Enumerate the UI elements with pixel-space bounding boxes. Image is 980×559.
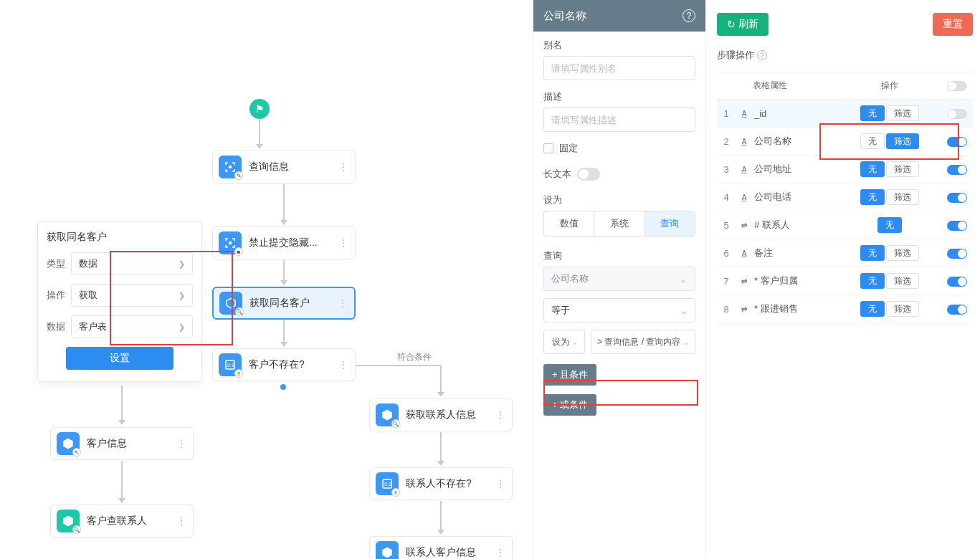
attr-row[interactable]: 7⇄* 客户归属无筛选 <box>717 267 973 295</box>
tab-system[interactable]: 系统 <box>594 211 644 236</box>
op-pill[interactable]: 筛选 <box>886 273 919 289</box>
link-icon: ⇄ <box>738 304 750 314</box>
node-title: 客户信息 <box>87 437 176 450</box>
op-pill[interactable]: 筛选 <box>886 105 919 121</box>
node-contact-customer-info[interactable]: 联系人客户信息 ⋮ <box>369 536 513 559</box>
condition-label: 符合条件 <box>397 351 432 363</box>
more-icon[interactable]: ⋮ <box>495 409 506 421</box>
fixed-checkbox-row[interactable]: 固定 <box>543 142 695 155</box>
property-header: 公司名称 ? <box>533 0 705 32</box>
row-toggle[interactable] <box>947 305 967 315</box>
node-get-contact-info[interactable]: 🔍 获取联系人信息 ⋮ <box>369 398 513 431</box>
more-icon[interactable]: ⋮ <box>495 478 506 489</box>
more-icon[interactable]: ⋮ <box>337 297 348 309</box>
row-toggle[interactable] <box>947 221 967 231</box>
property-panel: 公司名称 ? 别名 描述 固定 长文本 设为 数值 系统 查询 查询 公司名称 … <box>533 0 706 559</box>
op-pill[interactable]: 无 <box>860 189 885 205</box>
alias-input[interactable] <box>543 56 695 80</box>
attr-row[interactable]: 5⇄# 联系人无 <box>717 211 973 239</box>
row-toggle[interactable] <box>947 137 967 147</box>
data-select[interactable]: 客户表 ❯ <box>71 315 193 338</box>
flag-icon: ⚑ <box>255 103 265 115</box>
row-toggle[interactable] <box>947 249 967 259</box>
op-pill[interactable]: 无 <box>877 217 902 233</box>
tab-query[interactable]: 查询 <box>645 211 695 236</box>
op-pill[interactable]: 无 <box>860 301 885 317</box>
svg-point-0 <box>229 166 232 169</box>
attr-row[interactable]: 8⇄* 跟进销售无筛选 <box>717 295 973 323</box>
query-set-select[interactable]: 设为 ⌄ <box>543 330 585 354</box>
op-pill[interactable]: 筛选 <box>886 133 919 149</box>
master-toggle[interactable] <box>947 81 967 91</box>
op-pill[interactable]: 无 <box>860 105 885 121</box>
node-customer-not-exist[interactable]: 0:1 if 客户不存在? ⋮ <box>212 348 356 381</box>
reset-button[interactable]: 重置 <box>933 13 973 36</box>
help-icon[interactable]: ? <box>682 9 695 22</box>
node-query-info[interactable]: ✎ 查询信息 ⋮ <box>212 150 356 183</box>
tab-numeric[interactable]: 数值 <box>544 211 594 236</box>
more-icon[interactable]: ⋮ <box>338 359 349 371</box>
attr-row[interactable]: 1A_id无筛选 <box>717 100 973 128</box>
node-block-hidden[interactable]: ■ 禁止提交隐藏... ⋮ <box>212 226 356 259</box>
attr-row[interactable]: 2A公司名称无筛选 <box>717 128 973 156</box>
fixed-label: 固定 <box>559 142 578 155</box>
op-pill[interactable]: 筛选 <box>886 245 919 261</box>
row-number: 1 <box>717 100 736 128</box>
type-select[interactable]: 数据 ❯ <box>71 252 193 275</box>
corner-arrow-icon: ↖ <box>72 448 81 457</box>
row-toggle[interactable] <box>947 165 967 175</box>
desc-input[interactable] <box>543 108 695 132</box>
corner-search-icon: 🔍 <box>391 419 400 428</box>
row-toggle[interactable] <box>947 277 967 287</box>
node-get-same-name-customer[interactable]: 🔍 获取同名客户 ⋮ <box>212 287 356 320</box>
corner-if-icon: if <box>234 369 243 378</box>
row-number: 3 <box>717 156 736 183</box>
node-customer-lookup-contact[interactable]: 🔍 客户查联系人 ⋮ <box>50 505 194 538</box>
more-icon[interactable]: ⋮ <box>176 438 187 449</box>
and-condition-button[interactable]: + 且条件 <box>543 364 596 386</box>
or-condition-button[interactable]: + 或条件 <box>543 394 596 416</box>
op-pill[interactable]: 无 <box>860 273 885 289</box>
type-value: 数据 <box>79 257 97 270</box>
setas-label: 设为 <box>543 194 695 206</box>
row-toggle[interactable] <box>947 109 967 119</box>
longtext-toggle-row[interactable]: 长文本 <box>543 168 695 181</box>
connector <box>121 386 123 424</box>
query-op-select[interactable]: 等于 ⌄ <box>543 298 695 322</box>
row-toggle[interactable] <box>947 193 967 203</box>
node-customer-info[interactable]: ↖ 客户信息 ⋮ <box>50 427 194 460</box>
op-pill[interactable]: 无 <box>860 133 885 149</box>
refresh-button[interactable]: ↻ 刷新 <box>717 13 769 36</box>
query-value[interactable]: > 查询信息 / 查询内容 ⌄ <box>591 330 695 354</box>
op-pill[interactable]: 筛选 <box>886 189 919 205</box>
longtext-label: 长文本 <box>543 168 571 181</box>
row-number: 6 <box>717 239 736 267</box>
attr-row[interactable]: 4A公司电话无筛选 <box>717 183 973 211</box>
op-pill[interactable]: 筛选 <box>886 301 919 317</box>
more-icon[interactable]: ⋮ <box>176 515 187 527</box>
op-pill[interactable]: 无 <box>860 245 885 261</box>
node-title: 查询信息 <box>249 161 338 173</box>
text-type-icon: A <box>738 248 750 258</box>
op-select[interactable]: 获取 ❯ <box>71 284 193 307</box>
chevron-down-icon: ⌄ <box>680 274 688 285</box>
more-icon[interactable]: ⋮ <box>495 547 506 558</box>
query-field-select[interactable]: 公司名称 ⌄ <box>543 267 695 291</box>
node-title: 获取联系人信息 <box>406 408 495 421</box>
help-icon[interactable]: ? <box>757 50 767 60</box>
op-pill[interactable]: 筛选 <box>886 161 919 177</box>
chevron-down-icon: ⌄ <box>683 338 689 346</box>
query-set-label: 设为 <box>552 336 569 348</box>
cube-icon: 🔍 <box>219 292 242 315</box>
link-icon: ⇄ <box>738 276 750 286</box>
th-op: 操作 <box>837 72 941 100</box>
more-icon[interactable]: ⋮ <box>338 161 349 173</box>
row-number: 8 <box>717 295 736 323</box>
op-pill[interactable]: 无 <box>860 161 885 177</box>
start-flag-node[interactable]: ⚑ <box>249 99 270 119</box>
attr-row[interactable]: 6A备注无筛选 <box>717 239 973 267</box>
attr-row[interactable]: 3A公司地址无筛选 <box>717 156 973 183</box>
node-contact-not-exist[interactable]: 0:1 if 联系人不存在? ⋮ <box>369 467 513 500</box>
set-button[interactable]: 设置 <box>66 347 173 370</box>
more-icon[interactable]: ⋮ <box>338 237 349 249</box>
